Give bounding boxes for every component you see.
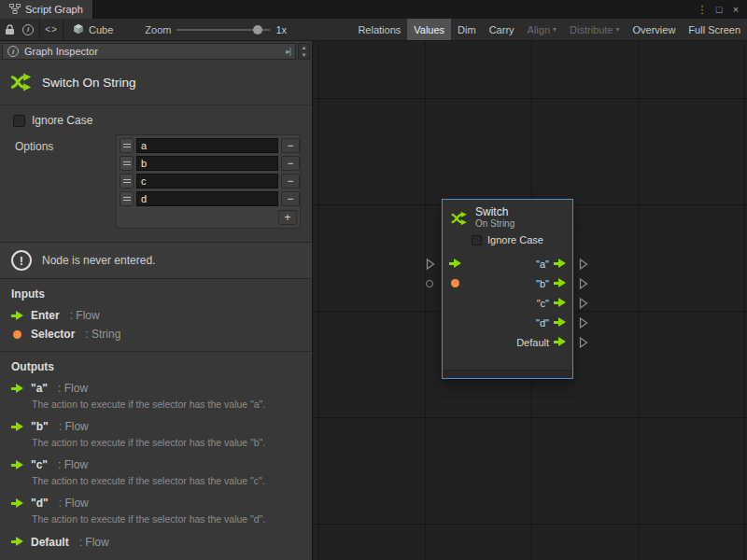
remove-option-button[interactable]: − <box>281 191 300 206</box>
toolbar-button-dim[interactable]: Dim <box>451 19 483 40</box>
a-output-port-icon[interactable] <box>554 259 566 269</box>
remove-option-button[interactable]: − <box>281 174 300 189</box>
port-label: "c" <box>537 298 549 309</box>
graph-toolbar: i <> Cube Zoom 1x Relations <box>0 19 747 41</box>
selector-port-icon[interactable] <box>451 279 459 287</box>
drag-handle-icon[interactable] <box>120 156 134 171</box>
output-port-d: "d" : Flow <box>0 494 312 512</box>
toolbar-button-overview[interactable]: Overview <box>627 19 683 40</box>
input-port-enter: Enter : Flow <box>0 306 312 325</box>
node-ignore-case-checkbox[interactable] <box>472 235 482 245</box>
drag-handle-icon[interactable] <box>120 191 134 206</box>
warning-box: ! Node is never entered. <box>0 242 312 279</box>
dock-icon[interactable]: ▸| <box>286 47 290 56</box>
chevron-down-icon: ▾ <box>553 26 557 34</box>
info-button[interactable]: i <box>19 19 37 40</box>
code-view-button[interactable]: <> <box>42 19 61 40</box>
inputs-header: Inputs <box>0 279 312 306</box>
button-label: Overview <box>633 24 676 35</box>
chevron-down-icon: ▾ <box>616 26 620 34</box>
toolbar-button-carry[interactable]: Carry <box>483 19 521 40</box>
node-title-row: Switch On String <box>0 60 312 105</box>
zoom-label: Zoom <box>145 24 171 35</box>
zoom-value: 1x <box>275 24 287 35</box>
flow-port-icon <box>11 498 23 509</box>
port-type: : Flow <box>58 382 88 395</box>
option-input[interactable] <box>136 156 278 171</box>
option-input[interactable] <box>136 191 278 206</box>
output-port-b: "b" : Flow <box>0 417 312 436</box>
button-label: Dim <box>458 24 476 35</box>
add-option-button[interactable]: + <box>278 210 297 225</box>
outputs-section: Outputs "a" : Flow The action to execute… <box>0 352 312 552</box>
drag-handle-icon[interactable] <box>120 138 134 153</box>
option-input[interactable] <box>136 174 278 189</box>
tab-script-graph[interactable]: Script Graph <box>0 0 93 19</box>
flow-port-icon <box>11 460 23 470</box>
port-type: : Flow <box>70 309 100 322</box>
toolbar-button-values[interactable]: Values <box>407 19 451 40</box>
toolbar-button-align[interactable]: Align ▾ <box>521 19 563 40</box>
scrollbar-arrows[interactable]: ▲ ▼ <box>298 43 310 60</box>
c-output-port-icon[interactable] <box>554 298 566 308</box>
port-label: "b" <box>536 278 549 289</box>
port-type: : Flow <box>59 497 89 510</box>
port-row-d: "d" <box>443 313 572 332</box>
unconnected-output-marker[interactable] <box>579 336 588 348</box>
unconnected-flow-input-marker[interactable] <box>426 258 435 270</box>
toolbar-button-distribute[interactable]: Distribute ▾ <box>563 19 626 40</box>
port-name: "a" <box>31 382 48 395</box>
close-icon[interactable]: × <box>728 4 743 15</box>
ignore-case-label: Ignore Case <box>32 114 92 127</box>
port-description: The action to execute if the selector ha… <box>32 437 301 449</box>
inspector-header-label: Graph Inspector <box>24 46 98 57</box>
drag-handle-icon[interactable] <box>120 174 134 189</box>
graph-icon <box>9 4 21 16</box>
inspector-top-row: i Graph Inspector ▸| ▲ ▼ <box>0 41 312 60</box>
window-controls: ⋮ □ × <box>695 0 747 19</box>
port-name: "b" <box>31 420 49 433</box>
unconnected-output-marker[interactable] <box>579 277 588 289</box>
unconnected-output-marker[interactable] <box>579 258 588 270</box>
button-label: Distribute <box>570 24 613 35</box>
output-port-c: "c" : Flow <box>0 455 312 474</box>
unconnected-output-marker[interactable] <box>579 297 588 309</box>
button-label: Values <box>414 24 444 35</box>
unconnected-value-input-marker[interactable] <box>426 280 433 287</box>
port-row-b: "b" <box>443 273 572 293</box>
default-output-port-icon[interactable] <box>554 337 566 347</box>
maximize-icon[interactable]: □ <box>712 4 726 15</box>
menu-icon[interactable]: ⋮ <box>695 4 710 16</box>
enter-port-icon[interactable] <box>449 259 461 269</box>
inputs-section: Inputs Enter : Flow Selector : String <box>0 279 312 352</box>
port-name: "c" <box>31 458 48 471</box>
switch-on-string-node[interactable]: Switch On String Ignore Case "a" <box>442 199 573 379</box>
scroll-up-icon[interactable]: ▲ <box>299 44 309 51</box>
unconnected-output-marker[interactable] <box>579 316 588 329</box>
port-row-default: Default <box>443 332 572 352</box>
toolbar-button-fullscreen[interactable]: Full Screen <box>682 19 747 40</box>
remove-option-button[interactable]: − <box>281 138 300 153</box>
d-output-port-icon[interactable] <box>554 317 566 328</box>
port-label: "a" <box>536 259 549 270</box>
button-label: Carry <box>489 24 514 35</box>
zoom-slider[interactable] <box>176 24 270 35</box>
graph-inspector-panel: i Graph Inspector ▸| ▲ ▼ Switch On Strin… <box>0 41 313 560</box>
b-output-port-icon[interactable] <box>554 278 566 288</box>
toolbar-button-relations[interactable]: Relations <box>351 19 407 40</box>
option-input[interactable] <box>136 138 278 153</box>
graph-target-button[interactable]: Cube <box>65 19 120 40</box>
remove-option-button[interactable]: − <box>281 156 300 171</box>
lock-button[interactable] <box>0 19 19 40</box>
input-port-selector: Selector : String <box>0 325 312 343</box>
options-footer: + <box>120 210 297 225</box>
outputs-header: Outputs <box>0 352 312 379</box>
option-row: − <box>120 174 297 189</box>
zoom-slider-knob[interactable] <box>253 25 262 35</box>
scroll-down-icon[interactable]: ▼ <box>299 51 309 59</box>
ignore-case-checkbox[interactable] <box>13 115 25 127</box>
graph-canvas[interactable]: Switch On String Ignore Case "a" <box>313 41 747 560</box>
port-label: Default <box>516 337 549 348</box>
cube-icon <box>73 23 84 36</box>
string-port-icon <box>13 330 21 339</box>
